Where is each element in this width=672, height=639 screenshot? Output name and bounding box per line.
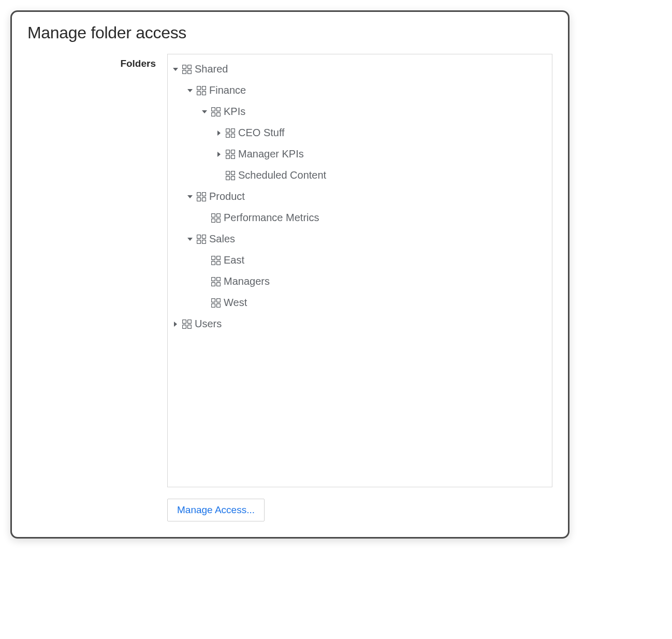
folder-icon — [211, 256, 221, 265]
chevron-down-icon[interactable] — [201, 108, 208, 115]
arrow-placeholder — [201, 214, 208, 222]
svg-rect-48 — [183, 320, 186, 323]
svg-rect-12 — [226, 128, 230, 132]
svg-rect-16 — [226, 150, 230, 153]
svg-rect-30 — [212, 219, 215, 222]
tree-children: CEO StuffManager KPIsScheduled Content — [201, 122, 548, 186]
svg-rect-24 — [197, 192, 201, 196]
tree-item[interactable]: Users — [172, 313, 548, 335]
tree-item-label: Performance Metrics — [224, 212, 319, 224]
tree-node-west: West — [201, 292, 548, 313]
svg-rect-32 — [197, 235, 201, 238]
folder-tree[interactable]: SharedFinanceKPIsCEO StuffManager KPIsSc… — [167, 54, 552, 487]
svg-rect-44 — [212, 298, 215, 302]
tree-item[interactable]: Performance Metrics — [201, 207, 548, 228]
svg-rect-18 — [226, 155, 230, 158]
tree-item-label: KPIs — [224, 106, 245, 118]
svg-rect-47 — [217, 303, 221, 307]
svg-rect-28 — [212, 213, 215, 217]
folder-icon — [197, 192, 206, 201]
folder-icon — [226, 171, 235, 180]
tree-item-label: CEO Stuff — [238, 127, 285, 139]
chevron-right-icon[interactable] — [215, 151, 223, 158]
tree-item[interactable]: Manager KPIs — [215, 143, 548, 165]
arrow-placeholder — [201, 257, 208, 264]
tree-node-product: ProductPerformance Metrics — [186, 186, 548, 228]
tree-item[interactable]: East — [201, 250, 548, 271]
folder-icon — [211, 213, 221, 223]
svg-rect-19 — [231, 155, 235, 158]
svg-rect-13 — [231, 128, 235, 132]
svg-rect-41 — [217, 277, 221, 281]
tree-item-label: Users — [195, 318, 222, 330]
tree-children: KPIsCEO StuffManager KPIsScheduled Conte… — [186, 101, 548, 186]
folder-icon — [211, 298, 221, 308]
svg-rect-20 — [226, 171, 230, 175]
svg-rect-43 — [217, 282, 221, 286]
svg-rect-23 — [231, 176, 235, 180]
svg-rect-49 — [188, 320, 192, 323]
manage-access-button[interactable]: Manage Access... — [167, 499, 265, 521]
svg-rect-36 — [212, 256, 215, 259]
folders-label: Folders — [120, 58, 156, 521]
svg-rect-27 — [202, 197, 206, 201]
tree-children: FinanceKPIsCEO StuffManager KPIsSchedule… — [172, 80, 548, 313]
tree-item[interactable]: CEO Stuff — [215, 122, 548, 143]
svg-rect-21 — [231, 171, 235, 175]
folder-icon — [226, 128, 235, 138]
tree-item[interactable]: KPIs — [201, 101, 548, 122]
manage-folder-access-dialog: Manage folder access Folders SharedFinan… — [10, 10, 569, 539]
tree-item[interactable]: Managers — [201, 271, 548, 292]
chevron-down-icon[interactable] — [186, 236, 194, 243]
tree-item-label: Manager KPIs — [238, 148, 304, 160]
dialog-title: Manage folder access — [27, 23, 552, 42]
arrow-placeholder — [215, 172, 223, 179]
tree-node-performance-metrics: Performance Metrics — [201, 207, 548, 228]
svg-rect-50 — [183, 325, 186, 328]
tree-item-label: East — [224, 254, 244, 266]
tree-content-column: SharedFinanceKPIsCEO StuffManager KPIsSc… — [167, 54, 552, 521]
chevron-right-icon[interactable] — [215, 129, 223, 137]
chevron-down-icon[interactable] — [186, 193, 194, 200]
tree-node-shared: SharedFinanceKPIsCEO StuffManager KPIsSc… — [172, 59, 548, 313]
tree-item-label: Scheduled Content — [238, 169, 326, 181]
svg-rect-25 — [202, 192, 206, 196]
svg-rect-9 — [217, 107, 221, 111]
tree-item-label: Finance — [209, 84, 246, 96]
tree-node-east: East — [201, 250, 548, 271]
svg-rect-4 — [197, 86, 201, 90]
tree-item[interactable]: Scheduled Content — [215, 165, 548, 186]
svg-rect-14 — [226, 134, 230, 137]
tree-item-label: Managers — [224, 275, 270, 287]
tree-node-manager-kpis: Manager KPIs — [215, 143, 548, 165]
svg-rect-7 — [202, 91, 206, 95]
tree-children: EastManagersWest — [186, 250, 548, 313]
tree-item[interactable]: Sales — [186, 228, 548, 250]
svg-rect-29 — [217, 213, 221, 217]
tree-item-label: Product — [209, 191, 245, 202]
svg-rect-34 — [197, 240, 201, 243]
tree-item-label: West — [224, 297, 247, 309]
svg-rect-46 — [212, 303, 215, 307]
svg-rect-37 — [217, 256, 221, 259]
svg-rect-10 — [212, 112, 215, 116]
chevron-down-icon[interactable] — [172, 66, 179, 73]
svg-rect-51 — [188, 325, 192, 328]
folder-icon — [182, 65, 192, 74]
tree-item[interactable]: West — [201, 292, 548, 313]
tree-children: Performance Metrics — [186, 207, 548, 228]
svg-rect-3 — [188, 70, 192, 74]
svg-rect-38 — [212, 261, 215, 265]
folder-icon — [226, 150, 235, 159]
svg-rect-35 — [202, 240, 206, 243]
svg-rect-31 — [217, 219, 221, 222]
chevron-down-icon[interactable] — [186, 87, 194, 94]
tree-item[interactable]: Finance — [186, 80, 548, 101]
svg-rect-11 — [217, 112, 221, 116]
tree-node-scheduled-content: Scheduled Content — [215, 165, 548, 186]
svg-rect-39 — [217, 261, 221, 265]
tree-item[interactable]: Shared — [172, 59, 548, 80]
tree-node-users: Users — [172, 313, 548, 335]
tree-item[interactable]: Product — [186, 186, 548, 207]
chevron-right-icon[interactable] — [172, 321, 179, 328]
